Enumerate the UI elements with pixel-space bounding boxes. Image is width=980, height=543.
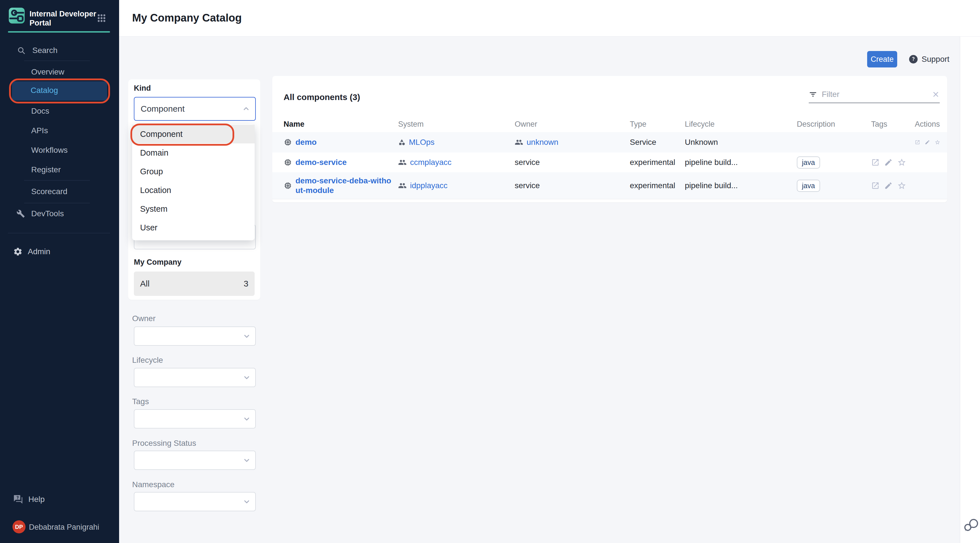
owner-name: idpplayacc xyxy=(410,181,447,190)
open-in-new-icon[interactable] xyxy=(915,138,920,146)
user-name[interactable]: Debabrata Panigrahi xyxy=(29,520,99,535)
sidebar-item-label: Register xyxy=(31,165,61,174)
sidebar-item-workflows[interactable]: Workflows xyxy=(31,143,68,157)
sidebar-divider xyxy=(24,180,90,181)
kind-option-user[interactable]: User xyxy=(132,218,255,237)
filter-input[interactable] xyxy=(821,90,928,99)
kind-option-domain[interactable]: Domain xyxy=(132,143,255,162)
owner-select[interactable] xyxy=(134,327,256,346)
star-icon[interactable] xyxy=(897,158,906,167)
column-header-tags[interactable]: Tags xyxy=(871,120,915,129)
question-circle-icon xyxy=(908,54,918,64)
owner-link[interactable]: unknown xyxy=(515,138,630,147)
namespace-filter-label: Namespace xyxy=(132,480,174,489)
processing-status-select[interactable] xyxy=(134,451,256,470)
star-icon[interactable] xyxy=(897,181,906,190)
user-avatar[interactable]: DP xyxy=(13,520,25,533)
search-icon xyxy=(17,46,25,55)
table-title: All components (3) xyxy=(283,92,360,102)
my-company-count: 3 xyxy=(243,279,248,289)
apps-grid-icon[interactable] xyxy=(97,14,106,23)
create-button[interactable]: Create xyxy=(867,51,897,67)
owner-link[interactable]: idpplayacc xyxy=(398,181,515,190)
chat-bubbles-icon[interactable] xyxy=(963,516,979,535)
support-button[interactable]: Support xyxy=(908,54,950,64)
clear-filter-icon[interactable] xyxy=(932,90,940,98)
group-icon xyxy=(398,158,407,167)
component-chip-icon xyxy=(283,138,292,146)
edit-pencil-icon[interactable] xyxy=(884,181,892,190)
processing-status-filter-label: Processing Status xyxy=(132,439,196,448)
sidebar-item-devtools[interactable]: DevTools xyxy=(16,206,64,221)
right-gutter xyxy=(960,37,980,543)
kind-option-location[interactable]: Location xyxy=(132,181,255,200)
component-name: demo-service-deba-without-module xyxy=(296,176,392,195)
page-header xyxy=(119,0,980,37)
sidebar-item-help[interactable]: Help xyxy=(13,492,45,507)
page-title: My Company Catalog xyxy=(132,12,242,24)
table-row: demo MLOps unknown Service Unknown xyxy=(272,132,947,152)
tag-chip: java xyxy=(797,180,820,192)
sidebar-item-label: Docs xyxy=(31,106,49,116)
kind-option-group[interactable]: Group xyxy=(132,162,255,181)
my-company-label: My Company xyxy=(134,258,181,267)
edit-pencil-icon[interactable] xyxy=(925,138,930,146)
sidebar-item-label: Workflows xyxy=(31,146,68,155)
tags-select[interactable] xyxy=(134,409,256,429)
owner-filter-label: Owner xyxy=(132,314,155,323)
description-cell: pipeline build... xyxy=(685,158,797,167)
logo-underline xyxy=(8,31,110,33)
my-company-all-row[interactable]: All 3 xyxy=(134,272,255,296)
star-icon[interactable] xyxy=(935,138,940,147)
edit-pencil-icon[interactable] xyxy=(884,158,892,167)
filter-list-icon xyxy=(809,90,817,98)
column-header-description[interactable]: Description xyxy=(797,120,871,129)
sidebar-item-register[interactable]: Register xyxy=(31,162,61,177)
app-title: Internal Developer Portal xyxy=(30,10,97,27)
kind-dropdown: Component Domain Group Location System U… xyxy=(132,124,255,240)
support-label: Support xyxy=(921,55,950,64)
sidebar-item-search[interactable]: Search xyxy=(17,43,57,58)
open-in-new-icon[interactable] xyxy=(871,158,880,167)
component-name: demo-service xyxy=(296,157,347,167)
sidebar-item-overview[interactable]: Overview xyxy=(31,65,64,79)
lifecycle-select[interactable] xyxy=(134,368,256,387)
system-link[interactable]: MLOps xyxy=(398,138,515,147)
sidebar-item-label: Catalog xyxy=(30,86,58,95)
lifecycle-cell: experimental xyxy=(630,158,685,167)
app-logo-icon xyxy=(8,7,25,24)
sidebar-item-admin[interactable]: Admin xyxy=(13,244,50,259)
component-link[interactable]: demo-service xyxy=(283,157,398,167)
open-in-new-icon[interactable] xyxy=(871,181,880,190)
column-header-system[interactable]: System xyxy=(398,120,515,129)
sidebar-item-catalog[interactable]: Catalog xyxy=(12,81,107,101)
chevron-down-icon xyxy=(243,498,251,506)
table-filter xyxy=(809,86,940,103)
table-header-row: Name System Owner Type Lifecycle Descrip… xyxy=(272,116,947,132)
column-header-actions: Actions xyxy=(915,120,940,129)
sidebar-item-label: Help xyxy=(29,495,45,504)
column-header-owner[interactable]: Owner xyxy=(515,120,630,129)
column-header-type[interactable]: Type xyxy=(630,120,685,129)
chevron-down-icon xyxy=(243,332,251,340)
component-link[interactable]: demo xyxy=(283,137,398,147)
owner-link[interactable]: ccmplayacc xyxy=(398,158,515,167)
lifecycle-filter-label: Lifecycle xyxy=(132,356,163,365)
component-link[interactable]: demo-service-deba-without-module xyxy=(283,176,398,195)
column-header-name[interactable]: Name xyxy=(283,120,398,129)
owner-name: unknown xyxy=(527,138,558,147)
tags-filter-label: Tags xyxy=(132,397,149,406)
sidebar-item-label: Scorecard xyxy=(31,187,67,196)
kind-option-system[interactable]: System xyxy=(132,200,255,218)
sidebar-item-docs[interactable]: Docs xyxy=(31,104,49,119)
components-table-card: All components (3) Name System Owner Typ… xyxy=(272,76,947,202)
kind-select[interactable]: Component xyxy=(134,97,256,121)
table-row: demo-service-deba-without-module idpplay… xyxy=(272,172,947,199)
sidebar-item-apis[interactable]: APIs xyxy=(31,123,48,138)
sidebar-item-scorecard[interactable]: Scorecard xyxy=(31,184,67,199)
table-row: demo-service ccmplayacc service experime… xyxy=(272,152,947,172)
namespace-select[interactable] xyxy=(134,492,256,511)
column-header-lifecycle[interactable]: Lifecycle xyxy=(685,120,797,129)
kind-option-component[interactable]: Component xyxy=(132,125,255,143)
owner-name: ccmplayacc xyxy=(410,158,452,167)
